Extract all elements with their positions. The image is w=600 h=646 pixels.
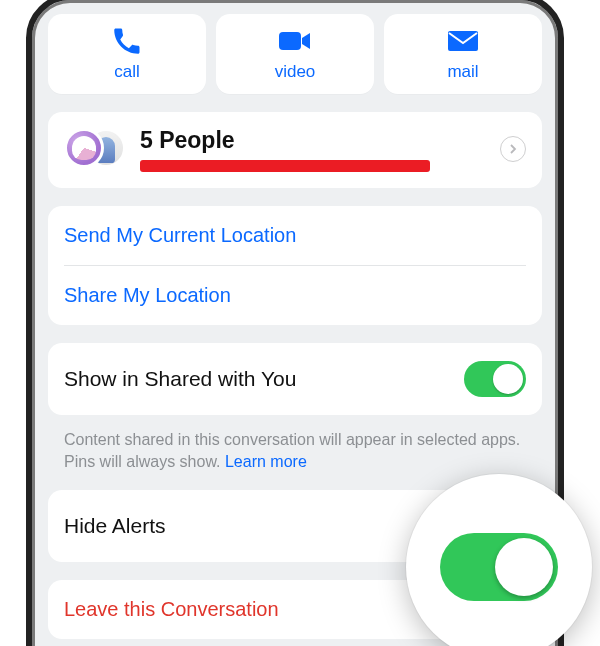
redacted-names xyxy=(140,160,430,172)
shared-with-you-card: Show in Shared with You xyxy=(48,343,542,415)
mail-button[interactable]: mail xyxy=(384,14,542,94)
share-my-location-button[interactable]: Share My Location xyxy=(64,266,526,325)
phone-icon xyxy=(112,26,142,56)
shared-with-you-hint: Content shared in this conversation will… xyxy=(64,429,526,472)
send-current-location-button[interactable]: Send My Current Location xyxy=(64,206,526,265)
chevron-right-icon xyxy=(500,136,526,162)
people-count-title: 5 People xyxy=(140,127,488,154)
location-card: Send My Current Location Share My Locati… xyxy=(48,206,542,325)
mail-icon xyxy=(447,26,479,56)
people-card[interactable]: 5 People xyxy=(48,112,542,188)
toggle-knob xyxy=(493,364,523,394)
video-label: video xyxy=(275,62,316,82)
shared-with-you-toggle[interactable] xyxy=(464,361,526,397)
hide-alerts-toggle-zoom[interactable] xyxy=(440,533,558,601)
svg-rect-1 xyxy=(448,31,478,51)
hide-alerts-title: Hide Alerts xyxy=(64,514,166,538)
shared-with-you-title: Show in Shared with You xyxy=(64,367,296,391)
group-avatars xyxy=(64,126,128,172)
call-button[interactable]: call xyxy=(48,14,206,94)
magnified-hide-alerts-toggle xyxy=(406,474,592,646)
svg-rect-0 xyxy=(279,32,301,50)
mail-label: mail xyxy=(447,62,478,82)
contact-action-row: call video mail xyxy=(48,14,542,94)
call-label: call xyxy=(114,62,140,82)
toggle-knob xyxy=(495,538,553,596)
avatar xyxy=(64,128,104,168)
video-button[interactable]: video xyxy=(216,14,374,94)
video-icon xyxy=(278,26,312,56)
learn-more-link[interactable]: Learn more xyxy=(225,453,307,470)
